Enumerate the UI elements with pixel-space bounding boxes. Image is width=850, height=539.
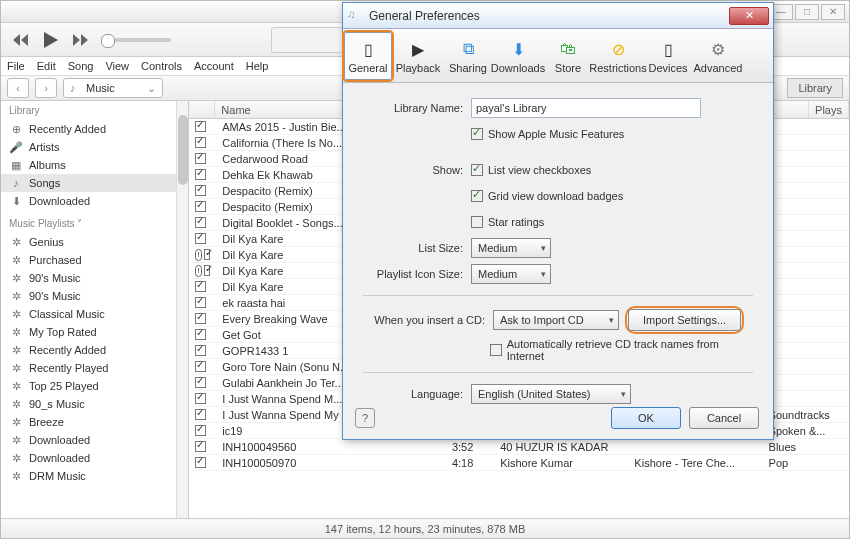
track-checkbox[interactable] bbox=[195, 185, 206, 196]
sidebar-item[interactable]: ✲Downloaded bbox=[1, 431, 188, 449]
sidebar-item[interactable]: ✲My Top Rated bbox=[1, 323, 188, 341]
track-checkbox[interactable] bbox=[195, 281, 206, 292]
preferences-close-button[interactable]: ✕ bbox=[729, 7, 769, 25]
sidebar-item[interactable]: ▦Albums bbox=[1, 156, 188, 174]
separator bbox=[363, 372, 753, 373]
warning-icon: ! bbox=[195, 249, 202, 261]
auto-retrieve-label: Automatically retrieve CD track names fr… bbox=[507, 338, 753, 362]
track-checkbox[interactable] bbox=[195, 121, 206, 132]
maximize-button[interactable]: □ bbox=[795, 4, 819, 20]
sidebar-item[interactable]: ✲Genius bbox=[1, 233, 188, 251]
prev-button[interactable] bbox=[11, 30, 31, 50]
menu-song[interactable]: Song bbox=[68, 60, 94, 72]
import-settings-button[interactable]: Import Settings... bbox=[628, 309, 741, 331]
ok-button[interactable]: OK bbox=[611, 407, 681, 429]
track-checkbox[interactable] bbox=[195, 313, 206, 324]
show-label: Show: bbox=[363, 164, 471, 176]
tab-devices[interactable]: ▯Devices bbox=[644, 32, 692, 80]
tab-playback[interactable]: ▶Playback bbox=[394, 32, 442, 80]
track-checkbox[interactable] bbox=[195, 169, 206, 180]
menu-controls[interactable]: Controls bbox=[141, 60, 182, 72]
menu-file[interactable]: File bbox=[7, 60, 25, 72]
sidebar-header-playlists[interactable]: Music Playlists ˅ bbox=[1, 214, 188, 233]
sidebar-item[interactable]: ♪Songs bbox=[1, 174, 188, 192]
language-select[interactable]: English (United States) bbox=[471, 384, 631, 404]
sidebar-scrollbar[interactable] bbox=[176, 101, 188, 518]
tab-sharing[interactable]: ⧉Sharing bbox=[444, 32, 492, 80]
track-time: 3:52 bbox=[446, 441, 494, 453]
gear-icon: ⚙ bbox=[707, 38, 729, 60]
cancel-button[interactable]: Cancel bbox=[689, 407, 759, 429]
sidebar-item-label: Downloaded bbox=[29, 434, 90, 446]
sidebar-item-label: My Top Rated bbox=[29, 326, 97, 338]
sidebar-item[interactable]: ✲DRM Music bbox=[1, 467, 188, 485]
sidebar-icon: 🎤 bbox=[9, 140, 23, 154]
track-checkbox[interactable] bbox=[195, 201, 206, 212]
sidebar-item[interactable]: ✲90_s Music bbox=[1, 395, 188, 413]
sidebar-item[interactable]: ✲Recently Added bbox=[1, 341, 188, 359]
icon-size-select[interactable]: Medium bbox=[471, 264, 551, 284]
play-button[interactable] bbox=[41, 30, 61, 50]
col-plays[interactable]: Plays bbox=[809, 101, 849, 118]
track-checkbox[interactable] bbox=[195, 393, 206, 404]
tab-advanced[interactable]: ⚙Advanced bbox=[694, 32, 742, 80]
track-checkbox[interactable] bbox=[195, 297, 206, 308]
track-checkbox[interactable] bbox=[195, 217, 206, 228]
next-button[interactable] bbox=[71, 30, 91, 50]
tab-store[interactable]: 🛍Store bbox=[544, 32, 592, 80]
list-size-select[interactable]: Medium bbox=[471, 238, 551, 258]
volume-slider[interactable] bbox=[101, 38, 171, 42]
table-row[interactable]: INH1000509704:18Kishore KumarKishore - T… bbox=[189, 455, 849, 471]
menu-view[interactable]: View bbox=[105, 60, 129, 72]
playlist-icon: ✲ bbox=[9, 253, 23, 267]
track-checkbox[interactable] bbox=[195, 361, 206, 372]
track-checkbox[interactable] bbox=[195, 153, 206, 164]
help-button[interactable]: ? bbox=[355, 408, 375, 428]
source-selector[interactable]: Music bbox=[63, 78, 163, 98]
menu-help[interactable]: Help bbox=[246, 60, 269, 72]
menu-account[interactable]: Account bbox=[194, 60, 234, 72]
sidebar-icon: ♪ bbox=[9, 176, 23, 190]
track-checkbox[interactable] bbox=[195, 329, 206, 340]
star-ratings-checkbox[interactable] bbox=[471, 216, 483, 228]
sidebar-item[interactable]: ✲Classical Music bbox=[1, 305, 188, 323]
tab-downloads[interactable]: ⬇Downloads bbox=[494, 32, 542, 80]
insert-cd-select[interactable]: Ask to Import CD bbox=[493, 310, 619, 330]
track-checkbox[interactable] bbox=[195, 137, 206, 148]
sidebar-item[interactable]: ✲Downloaded bbox=[1, 449, 188, 467]
track-checkbox[interactable] bbox=[204, 249, 210, 260]
library-name-field[interactable] bbox=[471, 98, 701, 118]
sidebar-item[interactable]: ✲Purchased bbox=[1, 251, 188, 269]
sidebar-item[interactable]: ⊕Recently Added bbox=[1, 120, 188, 138]
menu-edit[interactable]: Edit bbox=[37, 60, 56, 72]
track-checkbox[interactable] bbox=[195, 425, 206, 436]
sidebar-item[interactable]: ✲Recently Played bbox=[1, 359, 188, 377]
track-checkbox[interactable] bbox=[204, 265, 210, 276]
track-checkbox[interactable] bbox=[195, 409, 206, 420]
preferences-titlebar[interactable]: ♫ General Preferences ✕ bbox=[343, 3, 773, 29]
sidebar-item[interactable]: ✲Top 25 Played bbox=[1, 377, 188, 395]
track-checkbox[interactable] bbox=[195, 233, 206, 244]
auto-retrieve-checkbox[interactable] bbox=[490, 344, 502, 356]
track-checkbox[interactable] bbox=[195, 345, 206, 356]
grid-badges-checkbox[interactable] bbox=[471, 190, 483, 202]
close-button[interactable]: ✕ bbox=[821, 4, 845, 20]
tab-restrictions[interactable]: ⊘Restrictions bbox=[594, 32, 642, 80]
library-tab[interactable]: Library bbox=[787, 78, 843, 98]
sidebar-item[interactable]: ✲90's Music bbox=[1, 269, 188, 287]
sidebar-item-label: 90's Music bbox=[29, 290, 81, 302]
back-button[interactable]: ‹ bbox=[7, 78, 29, 98]
track-checkbox[interactable] bbox=[195, 457, 206, 468]
forward-button[interactable]: › bbox=[35, 78, 57, 98]
table-row[interactable]: INH1000495603:5240 HUZUR IS KADARBlues bbox=[189, 439, 849, 455]
sidebar-item[interactable]: 🎤Artists bbox=[1, 138, 188, 156]
playlist-icon: ✲ bbox=[9, 397, 23, 411]
sidebar-item[interactable]: ✲Breeze bbox=[1, 413, 188, 431]
track-checkbox[interactable] bbox=[195, 441, 206, 452]
sidebar-item[interactable]: ✲90's Music bbox=[1, 287, 188, 305]
track-checkbox[interactable] bbox=[195, 377, 206, 388]
list-checkboxes-checkbox[interactable] bbox=[471, 164, 483, 176]
tab-general[interactable]: ▯General bbox=[344, 32, 392, 80]
apple-music-checkbox[interactable] bbox=[471, 128, 483, 140]
sidebar-item[interactable]: ⬇Downloaded bbox=[1, 192, 188, 210]
